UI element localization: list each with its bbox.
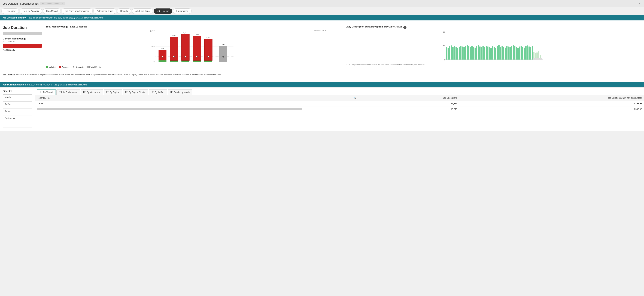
table-tab-by-engine-cluster[interactable]: By Engine Cluster [123, 89, 148, 95]
svg-rect-41 [465, 46, 466, 59]
svg-point-16 [196, 56, 198, 57]
table-tab-by-tenant[interactable]: By Tenant [37, 89, 56, 95]
table-icon [59, 91, 62, 93]
svg-point-15 [185, 56, 186, 57]
svg-rect-30 [448, 48, 449, 59]
svg-rect-75 [519, 46, 520, 59]
tab-reports[interactable]: Reports [117, 8, 131, 14]
svg-rect-64 [502, 46, 503, 59]
svg-rect-74 [518, 48, 518, 59]
svg-rect-31 [449, 46, 450, 59]
table-header-row: Tenant ID 🔍 Job Executions Job Duration … [35, 95, 644, 101]
svg-rect-48 [476, 46, 477, 59]
table-tab-by-environment[interactable]: By Environment [56, 89, 80, 95]
svg-rect-83 [532, 46, 533, 59]
svg-rect-81 [528, 46, 530, 59]
col-tenant-id[interactable]: Tenant ID [35, 95, 340, 101]
svg-rect-32 [451, 45, 452, 59]
table-tab-by-engine[interactable]: By Engine [104, 89, 122, 95]
filter-tenant[interactable]: Tenant [3, 109, 32, 114]
svg-rect-82 [530, 47, 531, 59]
svg-rect-43 [468, 46, 470, 59]
svg-point-18 [222, 56, 224, 57]
svg-rect-55 [487, 46, 488, 59]
table-icon [40, 91, 42, 93]
filter-month[interactable]: Month [3, 94, 32, 100]
svg-text:40: 40 [443, 45, 445, 47]
filter-dropdown[interactable]: ▾ [3, 123, 32, 128]
svg-text:1,454: 1,454 [184, 32, 188, 34]
filter-environment[interactable]: Environment [3, 116, 32, 121]
tab-data-moved[interactable]: Data Moved [43, 8, 61, 14]
svg-rect-38 [460, 46, 462, 59]
svg-rect-67 [506, 46, 508, 59]
tab-information[interactable]: ℹ Information [173, 8, 192, 14]
svg-rect-77 [522, 47, 524, 59]
svg-rect-65 [503, 47, 504, 59]
table-row: 15,213 3,392.92 [35, 106, 644, 112]
table-area: By Tenant By Environment By Workspace By… [35, 88, 644, 131]
daily-chart-container: Daily Usage (non-cumulative) from May-24… [344, 25, 641, 68]
tab-3rd-party[interactable]: 3rd Party Transformations [62, 8, 92, 14]
monthly-chart-title: Total Monthly Usage - Last 12 months [46, 25, 340, 28]
bar-included-5 [204, 60, 212, 62]
daily-chart-svg: 80 40 0 [346, 30, 640, 62]
row-duration: 3,392.92 [459, 106, 644, 112]
svg-rect-78 [524, 47, 525, 59]
nav-tabs-container: ⌂ Overview Data for Analysis Data Moved … [0, 7, 644, 15]
svg-text:0: 0 [444, 59, 445, 61]
svg-rect-69 [510, 47, 511, 59]
svg-rect-66 [505, 47, 506, 59]
current-month-date: up to 2024-07-21 [3, 40, 42, 42]
details-section-header: Job Duration details from 2024-05-01 to … [0, 82, 644, 87]
tab-job-duration[interactable]: Job Duration [154, 8, 172, 14]
svg-rect-29 [446, 47, 447, 59]
svg-rect-47 [474, 47, 476, 59]
summary-section-header: Job Duration Summary - Total job duratio… [0, 15, 644, 20]
job-duration-link[interactable]: Job Duration [3, 74, 15, 76]
svg-rect-80 [527, 45, 528, 59]
filter-artifact[interactable]: Artifact [3, 101, 32, 107]
capacity-bar-container [3, 44, 42, 48]
svg-rect-50 [479, 46, 480, 59]
table-icon [84, 91, 86, 93]
nav-back-button[interactable]: ‹ [634, 1, 636, 6]
partial-month-label: Partial Month > [314, 29, 326, 31]
nav-forward-button[interactable]: › [638, 1, 641, 6]
filter-table-grid: Filter by Month Artifact Tenant Environm… [0, 88, 644, 131]
svg-text:1,349: 1,349 [195, 34, 199, 35]
table-tab-by-workspace[interactable]: By Workspace [81, 89, 103, 95]
svg-text:80: 80 [443, 31, 445, 33]
table-tab-details-by-month[interactable]: Details by Month [168, 89, 192, 95]
table-icon [126, 91, 128, 93]
col-job-executions[interactable]: Job Executions [370, 95, 459, 101]
svg-rect-71 [513, 45, 514, 59]
row-executions: 15,213 [370, 106, 459, 112]
table-tab-by-artifact[interactable]: By Artifact [149, 89, 167, 95]
tab-automation-runs[interactable]: Automation Runs [93, 8, 116, 14]
svg-rect-72 [514, 46, 516, 59]
summary-grid: Job Duration Current Month Usage up to 2… [3, 23, 641, 70]
svg-text:720: 720 [161, 48, 164, 49]
svg-rect-61 [497, 46, 498, 59]
page-title: Job Duration | Subscription ID: [3, 2, 38, 5]
svg-rect-56 [489, 47, 490, 59]
svg-rect-59 [494, 47, 495, 59]
svg-rect-73 [516, 47, 517, 59]
main-content: Job Duration Current Month Usage up to 2… [0, 20, 644, 82]
svg-rect-36 [457, 48, 458, 59]
col-job-duration[interactable]: Job Duration (Daily, non-discounted) [459, 95, 644, 101]
svg-rect-46 [473, 47, 474, 59]
legend-partial: Partial Month [86, 66, 101, 68]
totals-label: Totals [35, 101, 370, 106]
blurred-tenant-id [38, 108, 302, 110]
info-icon: ℹ [176, 10, 177, 12]
svg-rect-40 [464, 47, 465, 59]
tab-data-for-analysis[interactable]: Data for Analysis [20, 8, 42, 14]
tab-job-executions[interactable]: Job Executions [132, 8, 153, 14]
tab-overview[interactable]: ⌂ Overview [2, 8, 19, 14]
bar-included-2 [170, 60, 178, 62]
col-search[interactable]: 🔍 [340, 95, 370, 101]
home-icon: ⌂ [5, 10, 6, 12]
svg-point-13 [162, 56, 163, 57]
